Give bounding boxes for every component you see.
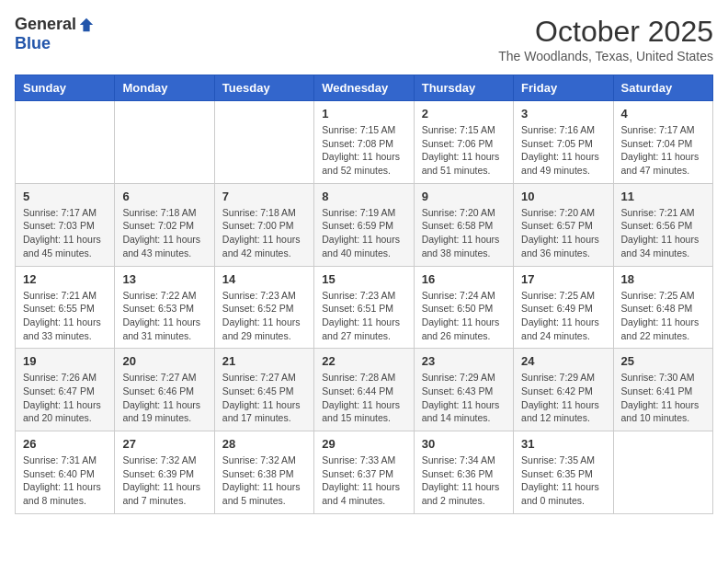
day-info: Sunrise: 7:27 AM Sunset: 6:45 PM Dayligh… <box>222 371 306 425</box>
calendar-cell: 31Sunrise: 7:35 AM Sunset: 6:35 PM Dayli… <box>514 431 613 514</box>
page-header: General Blue October 2025 The Woodlands,… <box>15 15 713 63</box>
calendar-cell: 21Sunrise: 7:27 AM Sunset: 6:45 PM Dayli… <box>214 349 313 431</box>
day-info: Sunrise: 7:26 AM Sunset: 6:47 PM Dayligh… <box>23 371 107 425</box>
day-info: Sunrise: 7:27 AM Sunset: 6:46 PM Dayligh… <box>122 371 206 425</box>
title-section: October 2025 The Woodlands, Texas, Unite… <box>498 15 713 63</box>
calendar-cell: 13Sunrise: 7:22 AM Sunset: 6:53 PM Dayli… <box>115 266 214 349</box>
calendar-cell <box>613 431 712 514</box>
day-number: 22 <box>322 354 405 368</box>
day-number: 29 <box>322 437 405 451</box>
day-number: 30 <box>422 437 506 451</box>
day-number: 7 <box>222 190 306 203</box>
day-number: 5 <box>23 190 107 203</box>
day-info: Sunrise: 7:22 AM Sunset: 6:53 PM Dayligh… <box>122 289 206 343</box>
day-number: 27 <box>122 437 206 451</box>
day-number: 13 <box>122 272 206 286</box>
day-number: 2 <box>422 107 506 121</box>
calendar-cell: 25Sunrise: 7:30 AM Sunset: 6:41 PM Dayli… <box>613 349 712 431</box>
day-info: Sunrise: 7:34 AM Sunset: 6:36 PM Dayligh… <box>422 454 506 508</box>
calendar-cell: 9Sunrise: 7:20 AM Sunset: 6:58 PM Daylig… <box>414 183 513 266</box>
calendar-cell: 8Sunrise: 7:19 AM Sunset: 6:59 PM Daylig… <box>314 183 414 266</box>
day-info: Sunrise: 7:28 AM Sunset: 6:44 PM Dayligh… <box>322 371 405 425</box>
day-number: 14 <box>222 272 306 286</box>
calendar-cell: 4Sunrise: 7:17 AM Sunset: 7:04 PM Daylig… <box>613 101 712 184</box>
day-number: 17 <box>521 272 605 286</box>
logo-general-text: General <box>15 15 76 34</box>
calendar-cell <box>16 101 115 184</box>
weekday-header: Saturday <box>613 75 712 101</box>
calendar-week-row: 5Sunrise: 7:17 AM Sunset: 7:03 PM Daylig… <box>16 183 713 266</box>
day-info: Sunrise: 7:29 AM Sunset: 6:43 PM Dayligh… <box>422 371 506 425</box>
day-number: 23 <box>422 354 506 368</box>
logo-blue-text: Blue <box>15 34 51 52</box>
day-number: 3 <box>521 107 605 121</box>
day-info: Sunrise: 7:32 AM Sunset: 6:38 PM Dayligh… <box>222 454 306 508</box>
calendar-cell: 16Sunrise: 7:24 AM Sunset: 6:50 PM Dayli… <box>414 266 513 349</box>
calendar-week-row: 19Sunrise: 7:26 AM Sunset: 6:47 PM Dayli… <box>16 349 713 431</box>
day-info: Sunrise: 7:16 AM Sunset: 7:05 PM Dayligh… <box>521 123 605 178</box>
svg-marker-0 <box>80 17 93 30</box>
calendar-cell: 1Sunrise: 7:15 AM Sunset: 7:08 PM Daylig… <box>314 101 414 184</box>
day-info: Sunrise: 7:21 AM Sunset: 6:55 PM Dayligh… <box>23 289 107 343</box>
day-info: Sunrise: 7:15 AM Sunset: 7:06 PM Dayligh… <box>422 123 506 178</box>
weekday-header: Tuesday <box>214 75 313 101</box>
calendar-cell: 19Sunrise: 7:26 AM Sunset: 6:47 PM Dayli… <box>16 349 115 431</box>
day-info: Sunrise: 7:17 AM Sunset: 7:04 PM Dayligh… <box>621 123 705 178</box>
weekday-header: Friday <box>514 75 613 101</box>
calendar-cell: 12Sunrise: 7:21 AM Sunset: 6:55 PM Dayli… <box>16 266 115 349</box>
calendar-cell: 30Sunrise: 7:34 AM Sunset: 6:36 PM Dayli… <box>414 431 513 514</box>
day-number: 12 <box>23 272 107 286</box>
day-info: Sunrise: 7:30 AM Sunset: 6:41 PM Dayligh… <box>621 371 705 425</box>
day-info: Sunrise: 7:18 AM Sunset: 7:02 PM Dayligh… <box>122 206 206 260</box>
day-info: Sunrise: 7:24 AM Sunset: 6:50 PM Dayligh… <box>422 289 506 343</box>
calendar-cell: 22Sunrise: 7:28 AM Sunset: 6:44 PM Dayli… <box>314 349 414 431</box>
day-number: 25 <box>621 354 705 368</box>
calendar-cell: 23Sunrise: 7:29 AM Sunset: 6:43 PM Dayli… <box>414 349 513 431</box>
day-info: Sunrise: 7:31 AM Sunset: 6:40 PM Dayligh… <box>23 454 107 508</box>
calendar-cell: 7Sunrise: 7:18 AM Sunset: 7:00 PM Daylig… <box>214 183 313 266</box>
calendar-cell: 5Sunrise: 7:17 AM Sunset: 7:03 PM Daylig… <box>16 183 115 266</box>
day-info: Sunrise: 7:19 AM Sunset: 6:59 PM Dayligh… <box>322 206 405 260</box>
day-number: 18 <box>621 272 705 286</box>
day-number: 15 <box>322 272 405 286</box>
calendar-table: SundayMondayTuesdayWednesdayThursdayFrid… <box>15 75 713 514</box>
day-info: Sunrise: 7:25 AM Sunset: 6:48 PM Dayligh… <box>621 289 705 343</box>
day-info: Sunrise: 7:20 AM Sunset: 6:58 PM Dayligh… <box>422 206 506 260</box>
day-number: 24 <box>521 354 605 368</box>
calendar-cell: 11Sunrise: 7:21 AM Sunset: 6:56 PM Dayli… <box>613 183 712 266</box>
calendar-cell: 14Sunrise: 7:23 AM Sunset: 6:52 PM Dayli… <box>214 266 313 349</box>
calendar-cell: 20Sunrise: 7:27 AM Sunset: 6:46 PM Dayli… <box>115 349 214 431</box>
day-info: Sunrise: 7:17 AM Sunset: 7:03 PM Dayligh… <box>23 206 107 260</box>
month-title: October 2025 <box>498 15 713 49</box>
weekday-header: Sunday <box>16 75 115 101</box>
calendar-cell: 15Sunrise: 7:23 AM Sunset: 6:51 PM Dayli… <box>314 266 414 349</box>
calendar-cell: 24Sunrise: 7:29 AM Sunset: 6:42 PM Dayli… <box>514 349 613 431</box>
day-info: Sunrise: 7:20 AM Sunset: 6:57 PM Dayligh… <box>521 206 605 260</box>
day-number: 8 <box>322 190 405 203</box>
day-info: Sunrise: 7:32 AM Sunset: 6:39 PM Dayligh… <box>122 454 206 508</box>
weekday-header: Wednesday <box>314 75 414 101</box>
day-info: Sunrise: 7:23 AM Sunset: 6:51 PM Dayligh… <box>322 289 405 343</box>
day-number: 4 <box>621 107 705 121</box>
day-number: 28 <box>222 437 306 451</box>
day-info: Sunrise: 7:25 AM Sunset: 6:49 PM Dayligh… <box>521 289 605 343</box>
calendar-cell: 2Sunrise: 7:15 AM Sunset: 7:06 PM Daylig… <box>414 101 513 184</box>
day-number: 16 <box>422 272 506 286</box>
calendar-week-row: 1Sunrise: 7:15 AM Sunset: 7:08 PM Daylig… <box>16 101 713 184</box>
calendar-cell: 10Sunrise: 7:20 AM Sunset: 6:57 PM Dayli… <box>514 183 613 266</box>
day-info: Sunrise: 7:29 AM Sunset: 6:42 PM Dayligh… <box>521 371 605 425</box>
day-number: 31 <box>521 437 605 451</box>
weekday-header: Monday <box>115 75 214 101</box>
calendar-week-row: 26Sunrise: 7:31 AM Sunset: 6:40 PM Dayli… <box>16 431 713 514</box>
day-number: 20 <box>122 354 206 368</box>
calendar-cell <box>214 101 313 184</box>
calendar-cell: 27Sunrise: 7:32 AM Sunset: 6:39 PM Dayli… <box>115 431 214 514</box>
day-number: 9 <box>422 190 506 203</box>
calendar-header-row: SundayMondayTuesdayWednesdayThursdayFrid… <box>16 75 713 101</box>
calendar-cell: 6Sunrise: 7:18 AM Sunset: 7:02 PM Daylig… <box>115 183 214 266</box>
day-number: 6 <box>122 190 206 203</box>
day-number: 19 <box>23 354 107 368</box>
day-info: Sunrise: 7:35 AM Sunset: 6:35 PM Dayligh… <box>521 454 605 508</box>
calendar-cell: 17Sunrise: 7:25 AM Sunset: 6:49 PM Dayli… <box>514 266 613 349</box>
day-info: Sunrise: 7:33 AM Sunset: 6:37 PM Dayligh… <box>322 454 405 508</box>
